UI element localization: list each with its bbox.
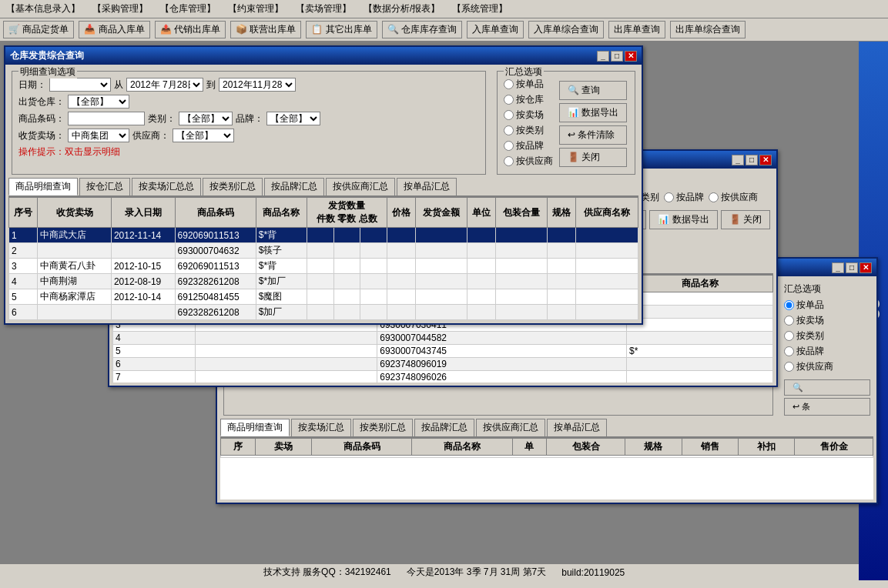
win1-controls: _ □ ✕ (597, 51, 637, 62)
btn-stock-query[interactable]: 🔍 仓库库存查询 (382, 21, 462, 38)
win2-maximize[interactable]: □ (746, 155, 758, 165)
win1-radio-category[interactable]: 按类别 (504, 124, 553, 137)
btn-consign-out[interactable]: 📤 代销出库单 (155, 21, 226, 38)
win1-th-price: 价格 (387, 198, 415, 228)
win1-brand-label: 品牌： (236, 112, 263, 125)
win1-minimize[interactable]: _ (597, 51, 609, 62)
win1-maximize[interactable]: □ (611, 51, 623, 62)
win2-close[interactable]: ✕ (759, 155, 772, 165)
win1-market-label: 收货卖场： (18, 129, 65, 142)
win3-th-spec: 规格 (625, 439, 682, 456)
win3-tab-brand[interactable]: 按品牌汇总 (414, 419, 474, 436)
menu-item-constraint[interactable]: 【约束管理】 (225, 2, 287, 16)
win1-th-seq: 序号 (9, 198, 38, 228)
win1-radio-group: 按单品 按仓库 按卖场 按类别 按品牌 按供应商 (504, 78, 553, 168)
win1-brand-select[interactable]: 【全部】 (266, 112, 320, 125)
win3-maximize[interactable]: □ (846, 262, 858, 273)
win3-radio-market[interactable]: 按卖场 (784, 314, 870, 327)
win1-tab-single[interactable]: 按单品汇总 (397, 178, 457, 195)
win1-btn-export[interactable]: 📊 数据导出 (559, 103, 627, 122)
win1-radio-single[interactable]: 按单品 (504, 78, 553, 91)
win3-radio-supplier[interactable]: 按供应商 (784, 360, 870, 373)
win1-cat-select[interactable]: 【全部】 (179, 112, 233, 125)
table-row: 6692328261208$加厂 (9, 305, 638, 320)
win3-close[interactable]: ✕ (860, 262, 872, 273)
win3-minimize[interactable]: _ (832, 262, 844, 273)
win1-th-unit: 单位 (467, 198, 495, 228)
win1-tab-warehouse[interactable]: 按仓汇总 (79, 178, 130, 195)
win1-btn-clear[interactable]: ↩ 条件清除 (559, 125, 627, 145)
win1-code-input[interactable] (68, 112, 145, 125)
win2-controls: _ □ ✕ (732, 155, 772, 165)
win1-content: 明细查询选项 日期： 从 2012年 7月28日 到 2012年11月28日 出… (5, 65, 642, 323)
win1-query-group: 明细查询选项 日期： 从 2012年 7月28日 到 2012年11月28日 出… (12, 71, 486, 175)
win1-radio-market[interactable]: 按卖场 (504, 109, 553, 122)
win1-date-to[interactable]: 2012年11月28日 (219, 78, 296, 92)
win3-radio-category[interactable]: 按类别 (784, 329, 870, 342)
win1-date-label: 日期： (18, 79, 46, 92)
win1-warehouse-label: 出货仓库： (18, 95, 65, 109)
win1-close[interactable]: ✕ (625, 51, 637, 62)
win1-group2-title: 汇总选项 (504, 65, 544, 79)
win3-th-pack: 包装合 (547, 439, 625, 456)
win2-radio-brand[interactable]: 按品牌 (664, 191, 704, 204)
btn-goods-order[interactable]: 🛒 商品定货单 (3, 21, 74, 38)
win3-summary-label: 汇总选项 (784, 282, 870, 296)
btn-join-out[interactable]: 📦 联营出库单 (230, 21, 301, 38)
menu-item-purchase[interactable]: 【采购管理】 (89, 2, 151, 16)
menu-item-data[interactable]: 【数据分析/报表】 (360, 2, 443, 16)
win3-tab-category[interactable]: 按类别汇总 (353, 419, 413, 436)
btn-in-query[interactable]: 入库单查询 (467, 21, 524, 38)
win3-th-code: 商品条码 (312, 439, 412, 456)
menu-bar: 【基本信息录入】 【采购管理】 【仓库管理】 【约束管理】 【卖场管理】 【数据… (0, 0, 888, 18)
win2-btn-close[interactable]: 🚪 关闭 (721, 210, 770, 229)
win1-tab-bar: 商品明细查询 按仓汇总 按卖场汇总总 按类别汇总 按品牌汇总 按供应商汇总 按单… (8, 178, 638, 197)
win1-market-select[interactable]: 中商集团 (68, 129, 129, 142)
win1-date-select[interactable] (49, 78, 111, 92)
win1-btn-close[interactable]: 🚪 关闭 (559, 148, 627, 167)
menu-item-warehouse[interactable]: 【仓库管理】 (157, 2, 219, 16)
win1-radio-brand[interactable]: 按品牌 (504, 139, 553, 152)
win1-hint: 操作提示：双击显示明细 (18, 145, 479, 159)
win1-warehouse-select[interactable]: 【全部】 (68, 95, 129, 109)
win3-radio-single[interactable]: 按单品 (784, 299, 870, 312)
win3-btn-clear[interactable]: ↩ 条 (784, 398, 870, 416)
win1-table: 序号 收货卖场 录入日期 商品条码 商品名称 发货数量件数 零数 总数 价格 发… (8, 197, 638, 320)
win3-table: 序 卖场 商品条码 商品名称 单 包装合 规格 销售 补扣 售价金 (220, 438, 873, 458)
win1-tab-market[interactable]: 按卖场汇总总 (132, 178, 201, 195)
win2-radio-supplier[interactable]: 按供应商 (709, 191, 758, 204)
win1-tab-detail[interactable]: 商品明细查询 (8, 178, 78, 195)
win3-tab-market[interactable]: 按卖场汇总 (291, 419, 351, 436)
win1-buttons: 🔍 查询 📊 数据导出 ↩ 条件清除 🚪 关闭 (559, 81, 627, 168)
btn-other-out[interactable]: 📋 其它出库单 (306, 21, 377, 38)
btn-out-comprehensive[interactable]: 出库单综合查询 (670, 21, 746, 38)
menu-item-system[interactable]: 【系统管理】 (449, 2, 511, 16)
win1-radio-warehouse[interactable]: 按仓库 (504, 93, 553, 106)
menu-item-basic[interactable]: 【基本信息录入】 (3, 2, 83, 16)
main-area: CO. 仓库发贵综合查询 _ □ ✕ 明细查询选项 日期： 从 2012 (0, 42, 888, 580)
win1-tab-supplier[interactable]: 按供应商汇总 (326, 178, 395, 195)
btn-out-query[interactable]: 出库单查询 (608, 21, 665, 38)
win3-tab-supplier[interactable]: 按供应商汇总 (476, 419, 545, 436)
win1-btn-query[interactable]: 🔍 查询 (559, 81, 627, 100)
win3-buttons: 🔍 ↩ 条 (784, 379, 870, 416)
btn-goods-in[interactable]: 📥 商品入库单 (79, 21, 149, 38)
win1-supplier-select[interactable]: 【全部】 (173, 129, 234, 142)
win2-btn-export[interactable]: 📊 数据导出 (649, 210, 717, 229)
table-row (221, 456, 873, 458)
win2-minimize[interactable]: _ (732, 155, 744, 165)
win3-tab-detail[interactable]: 商品明细查询 (220, 419, 290, 436)
win1-tab-category[interactable]: 按类别汇总 (203, 178, 263, 195)
btn-in-comprehensive[interactable]: 入库单综合查询 (528, 21, 604, 38)
table-row: 5中商杨家潭店2012-10-14691250481455$魔图 (9, 289, 638, 305)
win1-code-label: 商品条码： (18, 112, 65, 125)
win3-radio-brand[interactable]: 按品牌 (784, 345, 870, 358)
win3-controls: _ □ ✕ (832, 262, 872, 273)
win1-radio-supplier[interactable]: 按供应商 (504, 155, 553, 168)
win1-date-from[interactable]: 2012年 7月28日 (126, 78, 203, 92)
win-warehouse-out: 仓库发贵综合查询 _ □ ✕ 明细查询选项 日期： 从 2012年 7月28日 … (4, 45, 643, 325)
win3-btn-query[interactable]: 🔍 (784, 379, 870, 396)
win1-tab-brand[interactable]: 按品牌汇总 (264, 178, 324, 195)
win3-tab-single[interactable]: 按单品汇总 (547, 419, 607, 436)
menu-item-market[interactable]: 【卖场管理】 (293, 2, 354, 16)
